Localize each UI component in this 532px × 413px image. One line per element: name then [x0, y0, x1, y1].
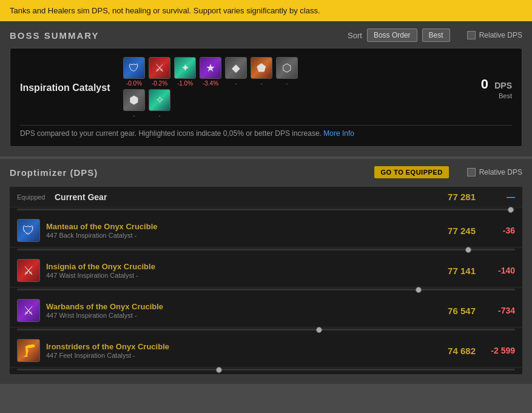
gear-delta-1: -140	[476, 266, 515, 275]
gear-delta-3: -2 599	[476, 346, 515, 355]
progress-dot-3	[216, 367, 222, 373]
gear-icon-2: ⚔	[17, 299, 40, 322]
current-gear-dps: 77 281	[427, 192, 476, 202]
droptimizer-title: Droptimizer (DPS)	[10, 167, 98, 178]
equipped-label: Equipped	[17, 193, 55, 201]
boss-card: Inspiration Catalyst 🛡-0.0%⚔-0.2%✦-1.0%★…	[10, 48, 522, 147]
item-rows-container: 🛡Manteau of the Onyx Crucible447 Back In…	[10, 214, 522, 374]
boss-icon-r2-0: ⬢	[123, 89, 145, 111]
boss-icon-item-4: ◆-	[225, 57, 247, 87]
current-gear-name: Current Gear	[55, 192, 107, 202]
gear-info-2: Warbands of the Onyx Crucible447 Wrist I…	[46, 302, 427, 319]
progress-track-1	[17, 289, 515, 290]
gear-info-3: Ironstriders of the Onyx Crucible447 Fee…	[46, 342, 427, 359]
boss-icon-r2-pct-1: -	[158, 112, 160, 119]
progress-dot-2	[316, 327, 322, 333]
gear-icon-3: 🦵	[17, 339, 40, 362]
sort-controls: Sort Boss Order Best Relative DPS	[348, 29, 522, 42]
droptimizer-header: Droptimizer (DPS) GO TO EQUIPPED Relativ…	[10, 166, 522, 178]
gear-dps-3: 74 682	[427, 346, 476, 356]
boss-name: Inspiration Catalyst	[20, 82, 117, 93]
boss-summary-header: BOSS SUMMARY Sort Boss Order Best Relati…	[10, 29, 522, 42]
boss-icon-pct-1: -0.2%	[152, 80, 167, 87]
gear-name-3[interactable]: Ironstriders of the Onyx Crucible	[46, 342, 427, 351]
boss-divider	[20, 125, 512, 126]
progress-bar-row-0	[10, 249, 522, 254]
boss-order-button[interactable]: Boss Order	[367, 29, 417, 42]
boss-icon-pct-4: -	[235, 80, 237, 87]
gear-icon-1: ⚔	[17, 259, 40, 282]
go-to-equipped-button[interactable]: GO TO EQUIPPED	[374, 166, 448, 178]
more-info-link[interactable]: More Info	[323, 129, 354, 138]
equipped-progress-bar-row	[10, 209, 522, 214]
boss-icon-4: ◆	[225, 57, 247, 79]
boss-summary-section: BOSS SUMMARY Sort Boss Order Best Relati…	[0, 21, 532, 156]
best-button[interactable]: Best	[422, 29, 450, 42]
gear-sub-2: 447 Wrist Inspiration Catalyst -	[46, 312, 427, 319]
boss-icon-1: ⚔	[149, 57, 170, 79]
progress-track-0	[17, 249, 515, 250]
gear-name-0[interactable]: Manteau of the Onyx Crucible	[46, 222, 427, 231]
boss-icon-3: ★	[200, 57, 221, 79]
gear-name-1[interactable]: Insignia of the Onyx Crucible	[46, 262, 427, 271]
droptimizer-controls: GO TO EQUIPPED Relative DPS	[374, 166, 522, 178]
gear-row-1: ⚔Insignia of the Onyx Crucible447 Waist …	[10, 254, 522, 287]
gear-info-0: Manteau of the Onyx Crucible447 Back Ins…	[46, 222, 427, 239]
boss-icon-pct-2: -1.0%	[177, 80, 193, 87]
boss-icon-pct-6: -	[286, 80, 288, 87]
boss-icon-r2-item-0: ⬢-	[123, 89, 145, 119]
progress-dot-1	[416, 287, 422, 293]
gear-icon-0: 🛡	[17, 219, 40, 242]
boss-icon-item-0: 🛡-0.0%	[123, 57, 145, 87]
boss-icon-pct-0: -0.0%	[126, 80, 142, 87]
gear-table: Equipped Current Gear 77 281 — 🛡Manteau …	[10, 187, 522, 374]
progress-track-3	[17, 369, 515, 371]
equipped-progress-dot	[508, 207, 514, 213]
boss-card-inner: Inspiration Catalyst 🛡-0.0%⚔-0.2%✦-1.0%★…	[20, 57, 512, 119]
gear-sub-3: 447 Feet Inspiration Catalyst -	[46, 352, 427, 359]
progress-bar-row-2	[10, 329, 522, 334]
boss-summary-title: BOSS SUMMARY	[10, 30, 99, 41]
boss-icons-row-2: ⬢-✧-	[123, 89, 463, 119]
boss-dps-area: 0 DPS Best	[470, 76, 512, 99]
boss-icon-item-2: ✦-1.0%	[174, 57, 196, 87]
droptimizer-section: Droptimizer (DPS) GO TO EQUIPPED Relativ…	[0, 159, 532, 384]
progress-dot-0	[465, 247, 471, 253]
warning-banner: Tanks and Healers sim DPS, not healing o…	[0, 0, 532, 21]
current-gear-delta: —	[476, 192, 515, 202]
gear-delta-0: -36	[476, 226, 515, 235]
boss-icon-5: ⬟	[251, 57, 272, 79]
boss-icon-r2-pct-0: -	[133, 112, 135, 119]
progress-bar-row-3	[10, 369, 522, 374]
drop-relative-dps-label: Relative DPS	[479, 168, 522, 176]
gear-row-3: 🦵Ironstriders of the Onyx Crucible447 Fe…	[10, 334, 522, 368]
gear-dps-1: 77 141	[427, 266, 476, 276]
drop-relative-dps-checkbox[interactable]	[467, 168, 476, 176]
boss-icon-item-6: ⬡-	[276, 57, 298, 87]
gear-row-2: ⚔Warbands of the Onyx Crucible447 Wrist …	[10, 294, 522, 327]
gear-dps-2: 76 547	[427, 306, 476, 316]
warning-text: Tanks and Healers sim DPS, not healing o…	[10, 6, 320, 15]
boss-icon-6: ⬡	[276, 57, 298, 79]
gear-info-1: Insignia of the Onyx Crucible447 Waist I…	[46, 262, 427, 279]
boss-icons-area: 🛡-0.0%⚔-0.2%✦-1.0%★-3.4%◆-⬟-⬡- ⬢-✧-	[123, 57, 463, 119]
gear-row-0: 🛡Manteau of the Onyx Crucible447 Back In…	[10, 214, 522, 247]
gear-name-2[interactable]: Warbands of the Onyx Crucible	[46, 302, 427, 311]
boss-relative-dps-control: Relative DPS	[467, 31, 522, 39]
boss-icons-row-1: 🛡-0.0%⚔-0.2%✦-1.0%★-3.4%◆-⬟-⬡-	[123, 57, 463, 87]
progress-track-2	[17, 329, 515, 331]
drop-relative-dps-control: Relative DPS	[467, 168, 522, 176]
boss-dps-sublabel: Best	[470, 92, 512, 99]
boss-icon-0: 🛡	[123, 57, 145, 79]
boss-icon-r2-1: ✧	[149, 89, 170, 111]
boss-relative-dps-checkbox[interactable]	[467, 31, 476, 39]
boss-icon-r2-item-1: ✧-	[149, 89, 170, 119]
gear-sub-0: 447 Back Inspiration Catalyst -	[46, 232, 427, 239]
boss-icon-item-3: ★-3.4%	[200, 57, 221, 87]
boss-icon-item-5: ⬟-	[251, 57, 272, 87]
sort-label: Sort	[348, 31, 362, 40]
boss-icon-2: ✦	[174, 57, 196, 79]
equipped-row: Equipped Current Gear 77 281 —	[10, 187, 522, 207]
gear-sub-1: 447 Waist Inspiration Catalyst -	[46, 272, 427, 279]
current-gear-info: Current Gear	[55, 192, 427, 202]
